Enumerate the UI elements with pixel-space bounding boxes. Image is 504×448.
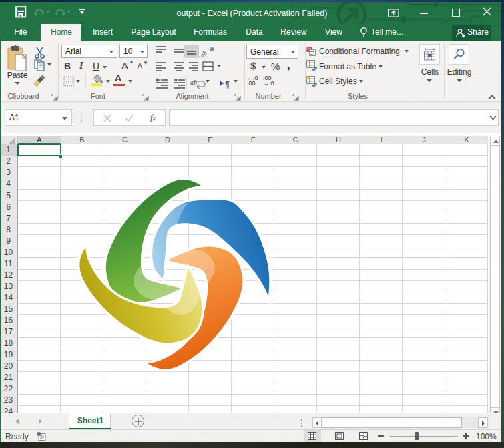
svg-text:¶: ¶ bbox=[225, 79, 230, 89]
svg-text:ab: ab bbox=[190, 79, 197, 86]
svg-text:ab: ab bbox=[198, 49, 208, 59]
